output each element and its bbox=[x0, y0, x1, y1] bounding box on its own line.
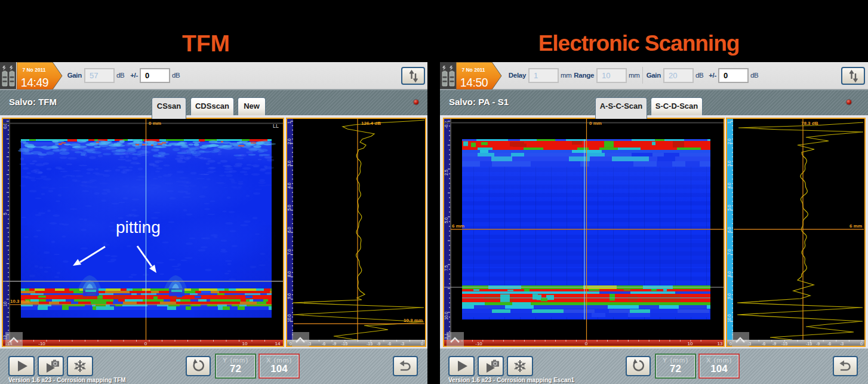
svg-text:10.3 mm: 10.3 mm bbox=[404, 318, 423, 323]
svg-text:-9: -9 bbox=[772, 342, 776, 346]
svg-text:126.4 dB: 126.4 dB bbox=[361, 121, 381, 126]
svg-text:78.3 dB: 78.3 dB bbox=[801, 121, 818, 126]
svg-text:0 mm: 0 mm bbox=[149, 121, 161, 126]
svg-text:5.0: 5.0 bbox=[444, 217, 448, 223]
svg-text:3.0: 3.0 bbox=[287, 161, 291, 167]
svg-text:0: 0 bbox=[860, 342, 863, 346]
svg-text:4.0: 4.0 bbox=[727, 183, 731, 189]
svg-text:1: 1 bbox=[287, 121, 291, 124]
svg-text:0: 0 bbox=[290, 342, 292, 346]
svg-text:5.0: 5.0 bbox=[727, 205, 731, 211]
svg-text:10: 10 bbox=[242, 341, 248, 346]
svg-text:6 mm: 6 mm bbox=[849, 223, 862, 229]
svg-text:7.0: 7.0 bbox=[287, 249, 291, 255]
svg-text:0: 0 bbox=[144, 341, 147, 346]
svg-text:14: 14 bbox=[275, 341, 281, 346]
svg-text:4.0: 4.0 bbox=[287, 183, 291, 189]
svg-text:0: 0 bbox=[730, 342, 732, 346]
svg-text:10.3 mm: 10.3 mm bbox=[10, 299, 29, 304]
svg-text:9.0: 9.0 bbox=[287, 293, 291, 299]
svg-text:-15: -15 bbox=[806, 342, 812, 346]
svg-text:-15: -15 bbox=[341, 342, 347, 346]
svg-text:0 mm: 0 mm bbox=[589, 121, 602, 126]
svg-text:7.0: 7.0 bbox=[727, 249, 731, 255]
svg-text:0.0: 0.0 bbox=[3, 123, 7, 129]
svg-text:6 mm: 6 mm bbox=[452, 223, 464, 229]
svg-text:13: 13 bbox=[718, 341, 723, 346]
svg-text:-6: -6 bbox=[387, 342, 391, 346]
svg-text:-6: -6 bbox=[322, 342, 325, 346]
svg-text:10: 10 bbox=[688, 341, 693, 346]
svg-text:-3: -3 bbox=[401, 342, 404, 346]
svg-text:0: 0 bbox=[421, 342, 423, 346]
svg-text:6.0: 6.0 bbox=[287, 227, 291, 233]
svg-text:-9: -9 bbox=[377, 342, 380, 346]
svg-text:-15: -15 bbox=[367, 342, 373, 346]
svg-text:2.0: 2.0 bbox=[287, 139, 291, 145]
svg-text:-6: -6 bbox=[762, 342, 765, 346]
svg-text:5.0: 5.0 bbox=[287, 205, 291, 211]
svg-text:-3: -3 bbox=[840, 342, 844, 346]
svg-text:10.0: 10.0 bbox=[727, 314, 731, 322]
svg-text:pitting: pitting bbox=[116, 218, 161, 236]
svg-text:1: 1 bbox=[727, 121, 731, 124]
svg-text:-6: -6 bbox=[827, 342, 831, 346]
svg-text:9.0: 9.0 bbox=[727, 293, 731, 299]
svg-text:10.0: 10.0 bbox=[287, 314, 291, 322]
svg-text:0: 0 bbox=[585, 341, 588, 346]
svg-text:-9: -9 bbox=[816, 342, 820, 346]
svg-text:-10: -10 bbox=[475, 341, 482, 346]
svg-text:-10: -10 bbox=[38, 341, 45, 346]
svg-text:8.0: 8.0 bbox=[727, 271, 731, 277]
svg-text:3.0: 3.0 bbox=[727, 161, 731, 167]
svg-text:LL: LL bbox=[273, 123, 279, 129]
svg-text:-9: -9 bbox=[333, 342, 336, 346]
svg-text:8.0: 8.0 bbox=[287, 271, 291, 277]
svg-text:6.0: 6.0 bbox=[727, 227, 731, 233]
svg-text:10.0: 10.0 bbox=[444, 312, 448, 320]
svg-text:-15: -15 bbox=[781, 342, 787, 346]
svg-text:2.0: 2.0 bbox=[727, 139, 731, 145]
svg-text:2.5: 2.5 bbox=[444, 170, 448, 176]
svg-text:5: 5 bbox=[3, 213, 7, 215]
svg-text:7.5: 7.5 bbox=[444, 265, 448, 271]
svg-text:10: 10 bbox=[3, 302, 7, 306]
